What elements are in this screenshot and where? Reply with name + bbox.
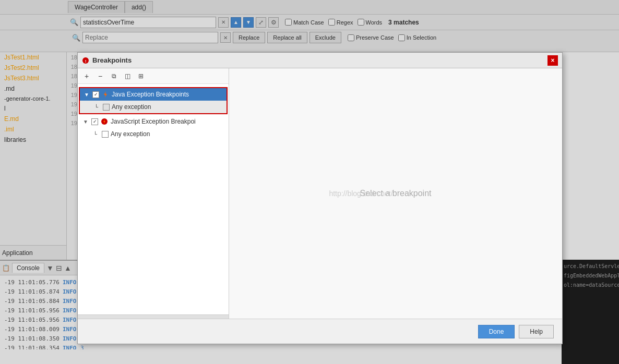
done-button[interactable]: Done <box>478 325 515 338</box>
js-breakpoints-group: ▼ ✓ JavaScript Exception Breakpoi <box>79 115 228 140</box>
tree-scrollbar[interactable] <box>78 314 229 319</box>
tree-add-btn[interactable]: + <box>81 70 92 82</box>
js-any-label: Any exception <box>111 130 150 138</box>
js-bp-label: JavaScript Exception Breakpoi <box>111 118 196 125</box>
js-lightning-icon <box>100 117 109 126</box>
lightning-icon <box>101 90 110 99</box>
js-bp-checkbox[interactable]: ✓ <box>91 118 98 125</box>
java-exception-breakpoints-item[interactable]: ▼ ✓ Java Exception Breakpoints <box>80 88 227 101</box>
tree-content: ▼ ✓ Java Exception Breakpoints └ <box>78 84 229 314</box>
java-breakpoints-group: ▼ ✓ Java Exception Breakpoints └ <box>79 87 228 114</box>
expand-icon-2: ▼ <box>83 119 89 125</box>
watermark: http://blog.csdn.net/ <box>329 189 392 198</box>
tree-remove-btn[interactable]: − <box>94 70 106 82</box>
breakpoints-icon: ! <box>82 57 89 64</box>
svg-marker-2 <box>104 91 107 98</box>
js-any-checkbox[interactable] <box>102 131 109 138</box>
dialog-title: ! Breakpoints <box>82 56 132 64</box>
java-any-label: Any exception <box>112 103 151 111</box>
java-bp-label: Java Exception Breakpoints <box>112 91 189 98</box>
dialog-title-bar: ! Breakpoints × <box>78 53 562 68</box>
js-exception-breakpoints-item[interactable]: ▼ ✓ JavaScript Exception Breakpoi <box>79 115 228 128</box>
dialog-body: + − ⧉ ◫ ⊞ ▼ ✓ <box>78 68 562 319</box>
java-bp-checkbox[interactable]: ✓ <box>92 91 99 98</box>
expand-spacer-1: └ <box>94 104 101 110</box>
tree-panel: + − ⧉ ◫ ⊞ ▼ ✓ <box>78 68 229 319</box>
dialog-close-button[interactable]: × <box>547 55 558 66</box>
expand-icon-1: ▼ <box>84 92 90 98</box>
svg-text:!: ! <box>85 59 87 64</box>
java-any-exception-item[interactable]: └ Any exception <box>80 101 227 113</box>
tree-toolbar: + − ⧉ ◫ ⊞ <box>78 68 229 84</box>
tree-group-btn[interactable]: ⊞ <box>135 70 147 82</box>
java-any-checkbox[interactable] <box>103 104 110 111</box>
dialog-footer: Done Help <box>78 319 562 344</box>
tree-copy-btn[interactable]: ⧉ <box>108 70 120 82</box>
tree-split-btn[interactable]: ◫ <box>122 70 133 82</box>
expand-spacer-2: └ <box>93 131 100 137</box>
breakpoints-dialog: ! Breakpoints × + − ⧉ ◫ ⊞ ▼ <box>77 52 563 344</box>
detail-panel: http://blog.csdn.net/ Select a breakpoin… <box>229 68 562 319</box>
js-any-exception-item[interactable]: └ Any exception <box>79 128 228 140</box>
help-button[interactable]: Help <box>519 325 554 338</box>
